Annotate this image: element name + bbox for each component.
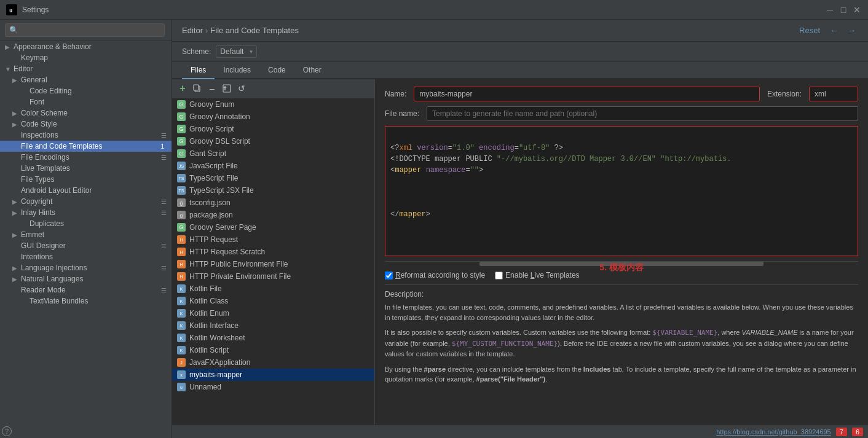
tab-code[interactable]: Code	[259, 62, 294, 79]
file-item-tsconfig[interactable]: {} tsconfig.json	[172, 197, 374, 209]
sidebar-item-editor[interactable]: ▼ Editor	[0, 63, 172, 74]
code-editor[interactable]: <?xml version="1.0" encoding="utf-8" ?> …	[385, 127, 858, 256]
javascript-icon: JS	[177, 162, 186, 170]
reformat-checkbox[interactable]	[385, 272, 393, 280]
file-item-http-scratch[interactable]: H HTTP Request Scratch	[172, 246, 374, 258]
live-templates-checkbox[interactable]	[495, 272, 503, 280]
sidebar-item-label-textmate: TextMate Bundles	[30, 297, 167, 305]
scheme-label: Scheme:	[182, 47, 211, 56]
sidebar-item-android-layout[interactable]: Android Layout Editor	[0, 185, 172, 196]
title-bar-controls: ─ □ ✕	[825, 5, 862, 15]
scheme-select[interactable]: Default	[216, 45, 257, 58]
sidebar-item-file-encodings[interactable]: File Encodings ☰	[0, 152, 172, 163]
search-input[interactable]	[5, 23, 165, 37]
badge-7: 7	[836, 428, 847, 436]
sidebar-item-file-code-templates[interactable]: File and Code Templates 1	[0, 141, 172, 152]
sidebar-item-font[interactable]: Font	[0, 96, 172, 108]
file-item-mybaits-mapper[interactable]: x mybaits-mapper	[172, 369, 374, 381]
file-item-groovy-server[interactable]: G Groovy Server Page	[172, 221, 374, 233]
file-item-kotlin-script[interactable]: K Kotlin Script	[172, 344, 374, 356]
description-p2: It is also possible to specify custom va…	[385, 327, 858, 359]
file-item-http-request[interactable]: H HTTP Request	[172, 233, 374, 246]
code-horizontal-scrollbar[interactable]	[385, 261, 858, 266]
file-item-gant-script[interactable]: G Gant Script	[172, 147, 374, 160]
javafx-icon: J	[177, 358, 186, 367]
file-item-label: package.json	[189, 211, 233, 219]
file-item-label: Gant Script	[189, 149, 226, 158]
sidebar-item-emmet[interactable]: ▶ Emmet	[0, 229, 172, 240]
file-item-unnamed[interactable]: u Unnamed	[172, 381, 374, 393]
reformat-checkbox-label[interactable]: Reformat according to style	[385, 271, 485, 280]
sidebar-item-general[interactable]: ▶ General	[0, 74, 172, 85]
file-item-groovy-enum[interactable]: G Groovy Enum	[172, 98, 374, 111]
file-item-label: Groovy Enum	[189, 100, 234, 109]
close-button[interactable]: ✕	[852, 5, 862, 15]
sidebar-item-inspections[interactable]: Inspections ☰	[0, 130, 172, 141]
file-item-typescript[interactable]: TS TypeScript File	[172, 172, 374, 184]
file-item-package-json[interactable]: {} package.json	[172, 209, 374, 221]
copy-template-button[interactable]	[191, 82, 204, 95]
file-item-kotlin-interface[interactable]: K Kotlin Interface	[172, 319, 374, 332]
live-templates-checkbox-label[interactable]: Enable Live Templates	[495, 271, 580, 280]
sidebar-item-textmate[interactable]: TextMate Bundles	[0, 295, 172, 307]
name-label: Name:	[385, 90, 406, 98]
sidebar-item-duplicates[interactable]: Duplicates	[0, 218, 172, 229]
filename-input[interactable]	[427, 106, 858, 121]
extension-input[interactable]	[809, 87, 858, 101]
move-up-button[interactable]	[220, 82, 234, 95]
file-item-kotlin-file[interactable]: K Kotlin File	[172, 283, 374, 295]
sidebar-item-color-scheme[interactable]: ▶ Color Scheme	[0, 108, 172, 119]
nav-back-button[interactable]: ←	[827, 25, 840, 36]
sidebar-item-copyright[interactable]: ▶ Copyright ☰	[0, 196, 172, 207]
file-list: + –	[172, 79, 375, 424]
name-extension-row: Name: Extension:	[385, 87, 858, 101]
sidebar-item-inlay-hints[interactable]: ▶ Inlay Hints ☰	[0, 207, 172, 218]
scheme-row: Scheme: Default ▼	[172, 42, 868, 62]
file-item-groovy-script[interactable]: G Groovy Script	[172, 123, 374, 135]
file-item-label: HTTP Public Environment File	[189, 260, 288, 268]
reset-button[interactable]: Reset	[797, 25, 823, 36]
file-item-http-public[interactable]: H HTTP Public Environment File	[172, 258, 374, 270]
groovy-dsl-icon: G	[177, 137, 186, 146]
maximize-button[interactable]: □	[838, 5, 848, 15]
name-input[interactable]	[414, 87, 760, 101]
sidebar-item-code-editing[interactable]: Code Editing	[0, 85, 172, 96]
file-item-label: HTTP Private Environment File	[189, 272, 291, 281]
file-item-groovy-annotation[interactable]: G Groovy Annotation	[172, 111, 374, 123]
file-item-javafx[interactable]: J JavaFXApplication	[172, 356, 374, 369]
sidebar-item-live-templates[interactable]: Live Templates	[0, 163, 172, 174]
file-item-kotlin-enum[interactable]: K Kotlin Enum	[172, 307, 374, 319]
file-item-typescript-jsx[interactable]: TS TypeScript JSX File	[172, 184, 374, 197]
file-item-kotlin-worksheet[interactable]: K Kotlin Worksheet	[172, 332, 374, 344]
sidebar-item-intentions[interactable]: Intentions	[0, 251, 172, 262]
status-link[interactable]: https://blog.csdn.net/github_38924695	[716, 428, 831, 436]
sidebar-item-reader-mode[interactable]: Reader Mode ☰	[0, 284, 172, 295]
minimize-button[interactable]: ─	[825, 5, 835, 15]
scheme-select-wrapper: Default ▼	[216, 45, 257, 58]
file-item-javascript[interactable]: JS JavaScript File	[172, 160, 374, 172]
nav-forward-button[interactable]: →	[845, 25, 858, 36]
file-item-http-private[interactable]: H HTTP Private Environment File	[172, 270, 374, 283]
tab-includes[interactable]: Includes	[215, 62, 259, 79]
sidebar-item-gui-designer[interactable]: GUI Designer ☰	[0, 240, 172, 251]
sidebar-item-language-injections[interactable]: ▶ Language Injections ☰	[0, 262, 172, 273]
sidebar-item-natural-languages[interactable]: ▶ Natural Languages	[0, 273, 172, 284]
file-item-groovy-dsl[interactable]: G Groovy DSL Script	[172, 135, 374, 147]
remove-template-button[interactable]: –	[205, 82, 219, 95]
tab-files[interactable]: Files	[182, 62, 215, 79]
sidebar-item-file-types[interactable]: File Types	[0, 174, 172, 185]
sidebar-item-code-style[interactable]: ▶ Code Style	[0, 119, 172, 130]
file-item-label: JavaScript File	[189, 162, 238, 170]
copyright-settings-icon: ☰	[161, 198, 167, 205]
file-item-kotlin-class[interactable]: K Kotlin Class	[172, 295, 374, 307]
tab-other[interactable]: Other	[294, 62, 330, 79]
app-logo: u	[6, 4, 17, 15]
sidebar-item-label-natural-lang: Natural Languages	[21, 275, 167, 283]
revert-button[interactable]: ↺	[235, 82, 248, 95]
file-item-label: Kotlin File	[189, 284, 222, 293]
sidebar-item-keymap[interactable]: Keymap	[0, 52, 172, 63]
sidebar-item-appearance[interactable]: ▶ Appearance & Behavior	[0, 41, 172, 52]
breadcrumb-page: File and Code Templates	[210, 26, 299, 35]
add-template-button[interactable]: +	[176, 82, 189, 95]
file-code-badge: 1	[158, 143, 167, 150]
